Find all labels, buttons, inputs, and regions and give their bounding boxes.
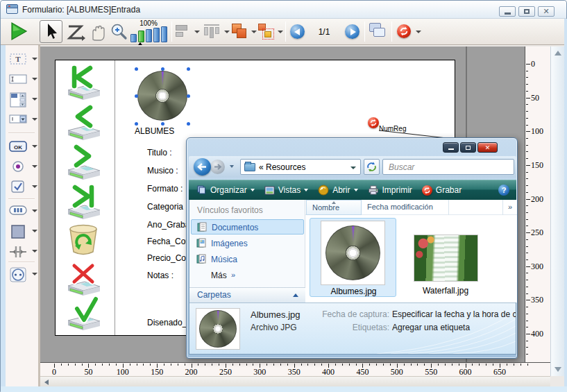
selection-handle[interactable] [187,67,190,71]
dropdown-arrow[interactable] [32,230,37,232]
explorer-maximize-button[interactable] [460,142,476,153]
search-box[interactable]: Buscar [382,159,514,175]
refresh-button[interactable] [364,159,380,175]
delete-record-icon[interactable] [64,260,103,298]
toolbox-edit-field[interactable] [7,70,39,88]
center-icon[interactable] [204,24,219,38]
toolbox-frame[interactable] [7,222,39,240]
dropdown-arrow[interactable] [32,165,37,168]
maximize-button[interactable] [518,6,535,17]
file-name[interactable]: Albumes.jpg [310,287,397,296]
organize-button[interactable]: Organizar [197,185,255,195]
favorite-documents[interactable]: Documentos [191,219,304,235]
toolbox-push-button[interactable]: OK [7,137,39,155]
capture-date-value[interactable]: Especificar la fecha y la hora de ca... [392,309,516,319]
form-image-selected[interactable] [135,67,190,126]
address-bar[interactable]: « Resources [240,159,361,175]
dropdown-arrow[interactable] [32,58,37,60]
back-button[interactable] [194,158,211,176]
align-icon[interactable] [176,25,187,37]
windows-stack-icon[interactable] [369,23,387,40]
favorite-more[interactable]: Más » [191,268,304,283]
folders-bar[interactable]: Carpetas [189,287,305,302]
toolbox-splitter[interactable] [7,242,39,260]
selection-handle[interactable] [187,122,190,126]
dropdown-arrow[interactable] [32,78,37,80]
more-columns-chevron[interactable]: » [502,200,517,215]
selection-handle[interactable] [135,122,138,126]
address-dropdown[interactable] [350,167,356,169]
albumes-thumbnail[interactable] [321,221,385,285]
scroll-left-arrow[interactable] [44,380,49,385]
z-order-icon[interactable] [66,24,85,42]
horizontal-scrollbar[interactable] [40,376,550,386]
previous-record-icon[interactable] [64,105,103,142]
next-record-icon[interactable] [64,144,103,182]
selection-handle[interactable] [161,122,164,126]
toolbox-check-box[interactable] [7,178,39,196]
column-fecha[interactable]: Fecha modificación [362,200,449,215]
dropdown-arrow[interactable] [32,98,37,101]
toolbox-list-box[interactable] [7,90,39,108]
explorer-window[interactable]: ✕ « Resources Buscar Organizar Vistas [186,137,518,359]
record-dropdown[interactable] [416,31,421,33]
dropdown-arrow[interactable] [32,145,37,148]
dropdown-arrow[interactable] [32,118,37,121]
print-button[interactable]: Imprimir [368,185,412,195]
selection-handle[interactable] [135,94,138,98]
minimize-button[interactable] [499,6,516,17]
help-button[interactable]: ? [498,185,509,196]
front-dropdown[interactable] [251,31,257,33]
toolbox-combo-box[interactable] [7,110,39,128]
explorer-close-button[interactable]: ✕ [477,142,498,153]
bring-front-icon[interactable] [232,24,248,40]
recent-pages-dropdown[interactable] [230,165,234,168]
toolbox-static-text[interactable]: T [7,50,39,68]
forward-button[interactable] [210,160,225,174]
file-albumes-selected[interactable]: Albumes.jpg [310,218,396,297]
cd-image[interactable] [137,71,187,121]
accept-record-icon[interactable] [64,295,103,332]
column-nombre[interactable]: Nombre [306,200,362,215]
numreg-control[interactable] [368,117,379,128]
next-page-button[interactable] [345,24,359,39]
record-button[interactable] [397,24,411,38]
selection-handle[interactable] [161,67,164,71]
selection-handle[interactable] [187,94,190,98]
waterfall-thumbnail[interactable] [414,235,478,282]
favorite-music[interactable]: Música [191,252,304,267]
select-arrow-button[interactable] [40,20,62,43]
snap-dropdown[interactable] [278,31,283,33]
dropdown-arrow[interactable] [32,185,37,188]
column-header-row: Nombre Fecha modificación » [305,200,517,215]
align-dropdown[interactable] [194,31,200,33]
last-record-icon[interactable] [64,184,103,221]
center-dropdown[interactable] [224,31,230,33]
tags-value[interactable]: Agregar una etiqueta [392,323,470,332]
vertical-scrollbar[interactable] [550,46,564,376]
dropdown-arrow[interactable] [32,210,37,212]
zoom-level-gauge[interactable]: 100% [128,19,169,44]
first-record-icon[interactable] [64,65,103,102]
run-icon[interactable] [9,22,28,41]
scroll-down-arrow[interactable] [555,367,561,372]
zoom-icon[interactable] [109,22,128,42]
toolbox-radio-button[interactable] [7,157,39,176]
dropdown-arrow[interactable] [32,273,37,275]
toolbox-toolbar-control[interactable] [7,202,39,220]
file-name[interactable]: Waterfall.jpg [411,286,480,296]
toolbox-custom-control[interactable] [7,265,39,283]
dropdown-arrow[interactable] [32,250,37,253]
burn-button[interactable]: Grabar [422,185,462,196]
open-button[interactable]: Abrir [318,185,357,196]
favorite-pictures[interactable]: Imágenes [191,236,304,251]
selection-handle[interactable] [135,67,138,71]
recycle-trash-icon[interactable] [64,223,103,257]
pan-hand-icon[interactable] [87,22,107,42]
views-button[interactable]: Vistas [264,185,308,195]
prev-page-button[interactable] [290,24,305,39]
explorer-minimize-button[interactable] [443,142,459,153]
close-button[interactable]: ✕ [538,6,555,17]
scroll-up-arrow[interactable] [555,51,561,56]
snap-grid-icon[interactable] [258,24,275,40]
